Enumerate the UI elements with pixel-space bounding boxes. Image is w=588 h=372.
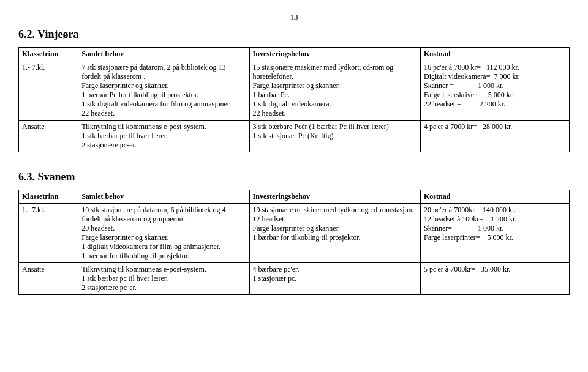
s1-r2-needs: Tilknytning til kommunens e-post-system.… bbox=[78, 121, 249, 152]
s2-r1-needs: 10 stk stasjonære på datarom, 6 på bibli… bbox=[78, 204, 249, 263]
s2-header-invest: Investeringsbehov bbox=[249, 190, 420, 204]
s1-header-needs: Samlet behov bbox=[78, 48, 249, 61]
s2-r2-needs: Tilknytning til kommunens e-post-system.… bbox=[78, 263, 249, 295]
s1-r1-invest: 15 stasjonære maskiner med lydkort, cd-r… bbox=[249, 61, 420, 121]
table-row: Ansatte Tilknytning til kommunens e-post… bbox=[19, 121, 570, 152]
s2-header-needs: Samlet behov bbox=[78, 190, 249, 204]
s2-r2-invest: 4 bærbare pc'er. 1 stasjonær pc. bbox=[249, 263, 420, 295]
s1-header-cost: Kostnad bbox=[421, 48, 570, 61]
s2-r2-class: Ansatte bbox=[19, 263, 78, 295]
s1-header-class: Klassetrinn bbox=[19, 48, 78, 61]
page-number: 13 bbox=[18, 12, 570, 22]
section2-title: 6.3. Svanem bbox=[18, 171, 570, 184]
s1-r2-class: Ansatte bbox=[19, 121, 78, 152]
s2-header-cost: Kostnad bbox=[421, 190, 570, 204]
s2-r1-class: 1.- 7.kl. bbox=[19, 204, 78, 263]
section1-table: Klassetrinn Samlet behov Investeringsbeh… bbox=[18, 47, 570, 152]
s1-header-invest: Investeringsbehov bbox=[249, 48, 420, 61]
s2-r1-cost: 20 pc'er à 7000kr= 140 000 kr. 12 headse… bbox=[421, 204, 570, 263]
s2-header-class: Klassetrinn bbox=[19, 190, 78, 204]
table-row: 1.- 7.kl. 10 stk stasjonære på datarom, … bbox=[19, 204, 570, 263]
s1-r2-invest: 3 stk bærbare Pcér (1 bærbar Pc til hver… bbox=[249, 121, 420, 152]
table-row: 1.- 7.kl. 7 stk stasjonære på datarom, 2… bbox=[19, 61, 570, 121]
section2-table: Klassetrinn Samlet behov Investeringsbeh… bbox=[18, 190, 570, 295]
s1-r2-cost: 4 pc'er à 7000 kr= 28 000 kr. bbox=[421, 121, 570, 152]
s2-r1-invest: 19 stasjonære maskiner med lydkort og cd… bbox=[249, 204, 420, 263]
s2-r2-cost: 5 pc'er à 7000kr= 35 000 kr. bbox=[421, 263, 570, 295]
s1-r1-class: 1.- 7.kl. bbox=[19, 61, 78, 121]
section1-title: 6.2. Vinjeøra bbox=[18, 28, 570, 41]
s1-r1-cost: 16 pc'er à 7000 kr= 112 000 kr. Digitalt… bbox=[421, 61, 570, 121]
s1-r1-needs: 7 stk stasjonære på datarom, 2 på biblio… bbox=[78, 61, 249, 121]
table-row: Ansatte Tilknytning til kommunens e-post… bbox=[19, 263, 570, 295]
